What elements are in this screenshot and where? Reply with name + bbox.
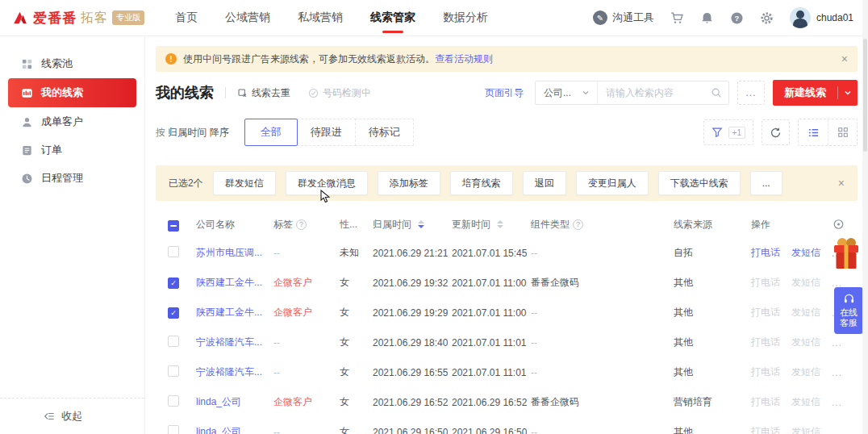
sms-action[interactable]: 发短信 (791, 425, 820, 434)
assign-time-sort[interactable] (418, 220, 424, 228)
phone-check-label: 号码检测中 (323, 86, 371, 100)
notification-bell-icon[interactable] (700, 11, 714, 25)
row-more-button[interactable]: ... (832, 427, 842, 434)
gender-value: 女 (340, 307, 349, 318)
dedupe-button[interactable]: 线索去重 (237, 86, 290, 100)
sms-action[interactable]: 发短信 (791, 365, 820, 379)
nav-data-analysis[interactable]: 数据分析 (443, 0, 488, 35)
bulk-change-owner-button[interactable]: 变更归属人 (576, 171, 649, 195)
tag-help-icon[interactable]: ? (296, 219, 307, 230)
call-action[interactable]: 打电话 (751, 365, 780, 379)
refresh-button[interactable] (762, 119, 790, 145)
tag-label: -- (273, 427, 280, 434)
nav-home[interactable]: 首页 (175, 0, 198, 35)
tab-to-mark[interactable]: 待标记 (355, 119, 414, 146)
toolbar-more-button[interactable]: ... (737, 81, 765, 105)
banner-rules-link[interactable]: 查看活动规则 (435, 52, 493, 66)
scrollbar-thumb[interactable] (863, 39, 867, 152)
card-view-button[interactable] (828, 119, 857, 145)
sidebar-item-customers[interactable]: 成单客户 (8, 108, 136, 136)
company-link[interactable]: linda_公司 (196, 396, 241, 407)
search-icon[interactable] (711, 87, 722, 98)
row-more-button[interactable]: ... (832, 397, 842, 408)
help-icon[interactable]: ? (730, 11, 744, 25)
gift-promo-button[interactable] (833, 236, 860, 270)
new-lead-button[interactable]: 新建线索 (773, 80, 858, 106)
app-logo[interactable]: 爱番番 拓客 专业版 (11, 9, 144, 27)
new-lead-label: 新建线索 (773, 86, 837, 100)
gender-value: 未知 (340, 247, 359, 258)
cart-icon[interactable] (670, 11, 684, 25)
company-link[interactable]: 苏州市电压调... (196, 247, 262, 258)
bulk-wecom-message-button[interactable]: 群发企微消息 (286, 171, 368, 195)
row-checkbox[interactable] (168, 246, 179, 257)
dedupe-icon (237, 88, 248, 98)
row-checkbox[interactable] (168, 395, 179, 407)
filter-button[interactable]: +1 (703, 119, 753, 145)
nav-lead-manager[interactable]: 线索管家 (370, 0, 415, 35)
sort-prefix: 按 (156, 127, 165, 138)
call-action[interactable]: 打电话 (751, 246, 780, 260)
call-action[interactable]: 打电话 (751, 276, 780, 290)
update-time-sort[interactable] (497, 220, 503, 228)
search-field-select[interactable]: 公司... (536, 81, 598, 104)
row-checkbox[interactable] (168, 336, 179, 347)
sidebar-item-my-leads[interactable]: 我的线索 (8, 78, 136, 107)
row-checkbox[interactable] (168, 307, 179, 319)
leads-table: 公司名称 标签 ? 性... 归属时间 (156, 211, 858, 434)
sms-action[interactable]: 发短信 (791, 276, 820, 290)
comm-tool-button[interactable]: ✎ 沟通工具 (593, 10, 654, 25)
bulk-download-button[interactable]: 下载选中线索 (658, 171, 741, 195)
tab-to-follow[interactable]: 待跟进 (297, 119, 356, 146)
sidebar-collapse-button[interactable]: 收起 (0, 398, 144, 434)
sms-action[interactable]: 发短信 (791, 395, 820, 409)
bulk-return-button[interactable]: 退回 (523, 171, 566, 195)
row-checkbox[interactable] (168, 278, 179, 289)
tab-all[interactable]: 全部 (244, 119, 298, 146)
call-action[interactable]: 打电话 (751, 425, 780, 434)
nav-private-marketing[interactable]: 私域营销 (298, 0, 343, 35)
row-checkbox[interactable] (168, 365, 179, 377)
call-action[interactable]: 打电话 (751, 336, 780, 349)
company-link[interactable]: 宁波裕隆汽车... (196, 336, 262, 348)
call-action[interactable]: 打电话 (751, 306, 780, 319)
bulk-nurture-button[interactable]: 培育线索 (450, 171, 513, 195)
page-guide-link[interactable]: 页面引导 (485, 86, 524, 100)
user-menu[interactable]: chuda01 (790, 7, 853, 28)
list-view-button[interactable] (799, 119, 828, 145)
bulk-sms-button[interactable]: 群发短信 (213, 171, 276, 195)
row-checkbox[interactable] (168, 425, 179, 434)
avatar (790, 7, 811, 28)
sidebar-item-schedule[interactable]: 日程管理 (8, 165, 136, 192)
row-more-button[interactable]: ... (832, 337, 842, 348)
source-value: 其他 (674, 277, 693, 288)
warning-icon: ! (165, 53, 177, 65)
sidebar-item-lead-pool[interactable]: 线索池 (8, 50, 136, 77)
bulk-add-tag-button[interactable]: 添加标签 (378, 171, 440, 195)
bulk-close-icon[interactable]: × (838, 177, 845, 190)
sms-action[interactable]: 发短信 (791, 306, 820, 319)
nav-public-marketing[interactable]: 公域营销 (225, 0, 270, 35)
settings-gear-icon[interactable] (760, 11, 774, 25)
call-action[interactable]: 打电话 (751, 395, 780, 409)
sort-control[interactable]: 按 归属时间 降序 (156, 126, 229, 140)
search-input[interactable] (598, 87, 711, 98)
new-lead-dropdown[interactable] (838, 90, 858, 96)
bulk-more-button[interactable]: ... (750, 171, 782, 195)
company-link[interactable]: 陕西建工金牛... (196, 277, 262, 288)
scrollbar[interactable] (862, 0, 868, 434)
card-grid-icon (837, 127, 849, 138)
company-link[interactable]: linda_公司 (196, 426, 241, 434)
company-link[interactable]: 宁波裕隆汽车... (196, 366, 262, 378)
component-help-icon[interactable]: ? (573, 219, 583, 230)
company-link[interactable]: 陕西建工金牛... (196, 307, 262, 318)
sms-action[interactable]: 发短信 (791, 246, 820, 260)
row-more-button[interactable]: ... (832, 367, 842, 378)
online-service-button[interactable]: 在线客服 (834, 287, 863, 334)
banner-close-icon[interactable]: × (841, 52, 848, 65)
select-all-checkbox[interactable] (168, 220, 179, 232)
column-settings-icon[interactable] (833, 219, 845, 231)
sms-action[interactable]: 发短信 (791, 336, 820, 349)
sidebar-item-orders[interactable]: 订单 (8, 136, 136, 164)
sidebar: 线索池 我的线索 成单客户 订单 (0, 36, 145, 434)
